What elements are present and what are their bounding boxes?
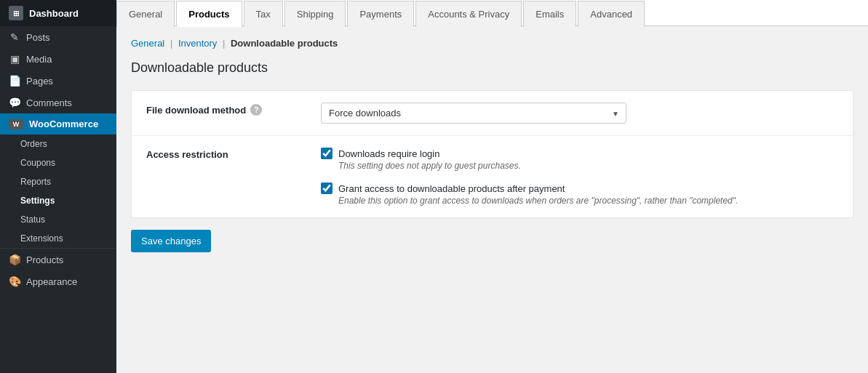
sidebar-item-orders[interactable]: Orders (0, 135, 116, 153)
downloads-require-login-checkbox[interactable] (321, 148, 333, 159)
help-icon[interactable]: ? (250, 104, 262, 116)
main-content: General Products Tax Shipping Payments A… (116, 0, 868, 373)
extensions-label: Extensions (20, 233, 63, 244)
posts-icon: ✎ (9, 31, 20, 43)
tab-shipping[interactable]: Shipping (284, 1, 346, 27)
orders-label: Orders (20, 139, 47, 149)
sidebar-pages-label: Pages (26, 76, 53, 87)
downloads-require-login-desc: This setting does not apply to guest pur… (338, 161, 838, 171)
tab-accounts-privacy[interactable]: Accounts & Privacy (415, 1, 522, 27)
file-download-label: File download method ? (146, 103, 306, 116)
breadcrumb: General | Inventory | Downloadable produ… (131, 38, 853, 49)
breadcrumb-sep-1: | (170, 38, 175, 49)
sidebar-media-label: Media (26, 54, 52, 65)
tab-advanced[interactable]: Advanced (578, 1, 645, 27)
reports-label: Reports (20, 177, 51, 187)
tab-products[interactable]: Products (176, 1, 242, 27)
breadcrumb-sep-2: | (223, 38, 228, 49)
tab-emails[interactable]: Emails (523, 1, 576, 27)
checkbox-item-payment: Grant access to downloadable products af… (321, 183, 838, 206)
settings-panel: File download method ? Force downloads X… (131, 90, 853, 218)
sidebar-item-reports[interactable]: Reports (0, 172, 116, 191)
checkbox-group: Downloads require login This setting doe… (321, 148, 838, 206)
downloads-require-login-label[interactable]: Downloads require login (338, 148, 439, 159)
grant-access-label[interactable]: Grant access to downloadable products af… (338, 183, 565, 194)
breadcrumb-inventory[interactable]: Inventory (178, 38, 217, 49)
sidebar-item-posts[interactable]: ✎ Posts (0, 26, 116, 48)
file-download-select-wrapper: Force downloads X-Accel-Redirect/X-Sendf… (321, 103, 626, 124)
sidebar-item-status[interactable]: Status (0, 210, 116, 229)
sidebar-dashboard-label: Dashboard (29, 8, 79, 19)
access-restriction-row: Access restriction Downloads require log… (132, 136, 853, 217)
sidebar-item-settings[interactable]: Settings (0, 191, 116, 210)
sidebar-item-comments[interactable]: 💬 Comments (0, 92, 116, 113)
checkbox-item-login: Downloads require login This setting doe… (321, 148, 838, 171)
settings-label: Settings (20, 196, 55, 206)
file-download-control: Force downloads X-Accel-Redirect/X-Sendf… (321, 103, 838, 124)
access-restriction-control: Downloads require login This setting doe… (321, 148, 838, 206)
sidebar-comments-label: Comments (26, 97, 72, 108)
grant-access-checkbox[interactable] (321, 183, 333, 194)
woocommerce-label: WooCommerce (29, 119, 98, 129)
tab-payments[interactable]: Payments (347, 1, 414, 27)
coupons-label: Coupons (20, 158, 55, 168)
file-download-row: File download method ? Force downloads X… (132, 91, 853, 136)
checkbox-payment-row: Grant access to downloadable products af… (321, 183, 838, 194)
sidebar-item-extensions[interactable]: Extensions (0, 229, 116, 248)
tab-general[interactable]: General (116, 1, 175, 27)
products-label: Products (26, 254, 63, 265)
sidebar-item-coupons[interactable]: Coupons (0, 153, 116, 172)
sidebar-logo[interactable]: ⊞ Dashboard (0, 0, 116, 26)
media-icon: ▣ (9, 53, 20, 65)
comments-icon: 💬 (9, 97, 20, 108)
tab-bar: General Products Tax Shipping Payments A… (116, 0, 868, 26)
appearance-icon: 🎨 (9, 276, 20, 287)
sidebar-item-woocommerce[interactable]: W WooCommerce (0, 113, 116, 135)
woocommerce-icon: W (9, 119, 23, 129)
appearance-label: Appearance (26, 276, 77, 287)
content-area: General | Inventory | Downloadable produ… (116, 26, 868, 373)
checkbox-login-row: Downloads require login (321, 148, 838, 159)
save-button[interactable]: Save changes (131, 230, 211, 252)
status-label: Status (20, 214, 45, 225)
sidebar: ⊞ Dashboard ✎ Posts ▣ Media 📄 Pages 💬 Co… (0, 0, 116, 373)
dashboard-icon: ⊞ (9, 6, 23, 20)
sidebar-item-media[interactable]: ▣ Media (0, 48, 116, 70)
page-title: Downloadable products (131, 60, 853, 76)
sidebar-item-appearance[interactable]: 🎨 Appearance (0, 270, 116, 292)
access-restriction-label: Access restriction (146, 148, 306, 160)
tab-tax[interactable]: Tax (244, 1, 283, 27)
sidebar-item-products[interactable]: 📦 Products (0, 249, 116, 270)
file-download-select[interactable]: Force downloads X-Accel-Redirect/X-Sendf… (321, 103, 626, 124)
breadcrumb-general[interactable]: General (131, 38, 164, 49)
sidebar-posts-label: Posts (26, 32, 50, 43)
sidebar-item-pages[interactable]: 📄 Pages (0, 70, 116, 92)
grant-access-desc: Enable this option to grant access to do… (338, 196, 838, 206)
pages-icon: 📄 (9, 75, 20, 87)
products-icon: 📦 (9, 254, 20, 265)
breadcrumb-current: Downloadable products (231, 38, 338, 49)
